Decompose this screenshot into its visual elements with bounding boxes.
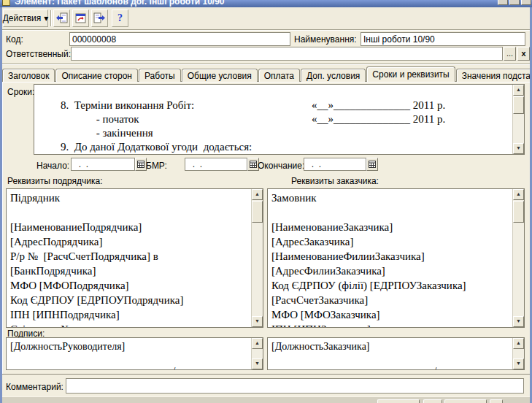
text-line: [НаименованиеФилииЗаказчика] bbox=[271, 249, 509, 264]
tabstrip: Заголовок Описание сторон Работы Общие у… bbox=[2, 67, 532, 82]
end-date-calendar-button[interactable] bbox=[366, 158, 378, 171]
bottom-button-partial[interactable] bbox=[377, 399, 420, 403]
toolbar-separator bbox=[50, 10, 52, 26]
text-line: ________________ /_____________ bbox=[271, 366, 509, 369]
scroll-up-icon[interactable]: ▲ bbox=[252, 338, 263, 349]
text-line bbox=[271, 205, 509, 220]
customer-requisites-textarea[interactable]: Замовник [НаименованиеЗаказчика] [АдресЗ… bbox=[267, 188, 525, 328]
reread-button[interactable] bbox=[72, 9, 89, 27]
scroll-up-icon[interactable]: ▲ bbox=[513, 338, 524, 349]
scroll-up-icon[interactable]: ▲ bbox=[513, 189, 524, 200]
scroll-thumb[interactable] bbox=[252, 201, 263, 223]
dropdown-arrow-icon: ▾ bbox=[44, 13, 48, 23]
sroki-line: - закінчення «__»______________ 2011 р. bbox=[34, 112, 512, 126]
scroll-down-icon[interactable]: ▼ bbox=[513, 143, 524, 154]
text-line: Замовник bbox=[271, 191, 509, 205]
actions-menu-button[interactable]: Действия ▾ bbox=[3, 9, 48, 27]
text-line: Свідоцтво № bbox=[10, 322, 247, 327]
name-label: Найменування: bbox=[294, 34, 357, 45]
window-frame-left bbox=[0, 7, 2, 403]
contractor-signature-textarea[interactable]: [ДолжностьРуководителя] ________________… bbox=[6, 337, 263, 370]
bottom-button-partial[interactable] bbox=[423, 399, 442, 403]
contractor-signature-scrollbar[interactable]: ▲ ▼ bbox=[251, 338, 263, 369]
scroll-down-icon[interactable]: ▼ bbox=[252, 316, 263, 327]
tab-obshchie-usloviya[interactable]: Общие условия bbox=[182, 69, 258, 82]
goto-next-button[interactable] bbox=[91, 9, 108, 27]
close-button[interactable] bbox=[521, 0, 531, 5]
document-arrow-right-icon bbox=[93, 12, 106, 24]
text-line: МФО [МФОПодрядчика] bbox=[10, 278, 247, 293]
tab-sroki-i-rekvizity[interactable]: Сроки и реквизиты bbox=[366, 66, 455, 82]
calendar-icon bbox=[137, 161, 144, 168]
customer-requisites-content: Замовник [НаименованиеЗаказчика] [АдресЗ… bbox=[268, 189, 512, 327]
end-date-label: Окончание: bbox=[258, 161, 304, 171]
scroll-down-icon[interactable]: ▼ bbox=[513, 316, 524, 327]
bottom-button-partial[interactable] bbox=[490, 399, 503, 403]
customer-signature-content: [ДолжностьЗаказчика] ________________ /_… bbox=[268, 338, 512, 369]
responsible-clear-button[interactable]: x bbox=[517, 47, 530, 61]
start-date-calendar-button[interactable] bbox=[135, 158, 147, 171]
sroki-line-blank: «__»______________ 2011 р. bbox=[312, 99, 445, 112]
sroki-line: - початок «__»______________ 2011 р. bbox=[34, 99, 512, 112]
text-line: ІПН [ИПНЗаказчика] bbox=[271, 322, 509, 327]
toolbar: Действия ▾ bbox=[0, 7, 532, 30]
responsible-input[interactable] bbox=[71, 47, 503, 61]
contractor-requisites-textarea[interactable]: Підрядник [НаименованиеПодрядчика] [Адре… bbox=[6, 188, 263, 328]
name-input[interactable] bbox=[361, 32, 525, 46]
text-line: [РасчСчетЗаказчика] bbox=[271, 293, 509, 307]
tab-dop-usloviya[interactable]: Доп. условия bbox=[301, 69, 366, 82]
bottom-strip bbox=[0, 396, 532, 403]
separator-groove bbox=[1, 64, 531, 65]
contractor-requisites-content: Підрядник [НаименованиеПодрядчика] [Адре… bbox=[7, 189, 251, 327]
text-line: [НаименованиеПодрядчика] bbox=[10, 220, 247, 234]
text-line bbox=[10, 205, 247, 220]
maximize-button[interactable] bbox=[509, 0, 520, 5]
scroll-down-icon[interactable]: ▼ bbox=[252, 358, 263, 369]
customer-signature-scrollbar[interactable]: ▲ ▼ bbox=[512, 338, 524, 369]
calendar-icon bbox=[369, 161, 376, 168]
code-label: Код: bbox=[6, 34, 23, 45]
contractor-signature-content: [ДолжностьРуководителя] ________________… bbox=[7, 338, 251, 369]
tab-raboty[interactable]: Работы bbox=[139, 69, 181, 82]
text-line: [АдресЗаказчика] bbox=[271, 234, 509, 249]
minimize-button[interactable] bbox=[498, 0, 508, 5]
bmr-date-label: БМР: bbox=[146, 161, 167, 171]
scroll-thumb[interactable] bbox=[513, 201, 524, 223]
scroll-up-icon[interactable]: ▲ bbox=[252, 189, 263, 200]
bottom-button-partial[interactable] bbox=[444, 399, 487, 403]
text-line: ________________ /_____________ bbox=[10, 366, 247, 369]
text-line: Підрядник bbox=[10, 191, 247, 205]
customer-scrollbar[interactable]: ▲ ▼ bbox=[512, 189, 524, 327]
help-button[interactable]: ? bbox=[112, 9, 128, 27]
comment-input[interactable] bbox=[66, 378, 524, 394]
titlebar[interactable]: Элемент: Пакет шаблонов дог. Інші роботи… bbox=[0, 0, 532, 7]
end-date-input[interactable] bbox=[304, 158, 366, 171]
actions-menu-label: Действия bbox=[3, 13, 42, 23]
code-input[interactable] bbox=[69, 32, 290, 46]
scroll-down-icon[interactable]: ▼ bbox=[513, 358, 524, 369]
sroki-line: - кошторисний розрахунок; bbox=[34, 140, 512, 154]
tab-znacheniya-podstanovki[interactable]: Значения подстановки bbox=[456, 69, 532, 82]
start-date-input[interactable] bbox=[71, 158, 135, 171]
responsible-select-button[interactable]: ... bbox=[504, 47, 516, 61]
text-line: Р/р № [РасчСчетПодрядчика] в bbox=[10, 249, 247, 264]
bmr-date-input[interactable] bbox=[185, 158, 247, 171]
tab-zagolovok[interactable]: Заголовок bbox=[2, 69, 55, 82]
refresh-grid-icon bbox=[75, 12, 87, 24]
tab-opisanie-storon[interactable]: Описание сторон bbox=[55, 69, 138, 82]
text-line: Код ЄДРПОУ (філії) [ЕДРПОУЗаказчика] bbox=[271, 278, 509, 293]
customer-requisites-label: Реквизиты заказчика: bbox=[291, 176, 379, 186]
scroll-thumb[interactable] bbox=[513, 96, 524, 114]
text-line: [АдресПодрядчика] bbox=[10, 234, 247, 249]
tab-oplata[interactable]: Оплата bbox=[258, 69, 300, 82]
scroll-up-icon[interactable]: ▲ bbox=[513, 85, 524, 96]
contractor-scrollbar[interactable]: ▲ ▼ bbox=[251, 189, 263, 327]
goto-previous-button[interactable] bbox=[53, 9, 70, 27]
sroki-scrollbar[interactable]: ▲ ▼ bbox=[512, 85, 524, 154]
sroki-textarea[interactable]: 8. Терміни виконання Робіт: - початок «_… bbox=[34, 84, 525, 155]
sroki-label: Сроки: bbox=[7, 87, 34, 97]
window-document-icon bbox=[2, 0, 10, 6]
sroki-content: 8. Терміни виконання Робіт: - початок «_… bbox=[34, 85, 512, 154]
document-arrow-left-icon bbox=[55, 12, 68, 24]
customer-signature-textarea[interactable]: [ДолжностьЗаказчика] ________________ /_… bbox=[267, 337, 525, 370]
